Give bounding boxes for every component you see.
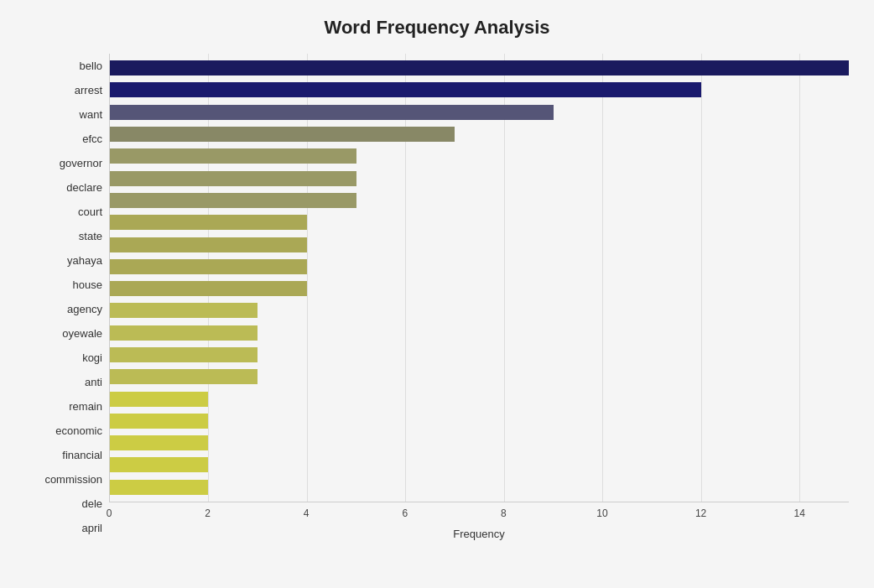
y-label: dele (25, 493, 102, 515)
bar-row (110, 301, 849, 320)
x-tick: 10 (590, 507, 615, 519)
bar-row (110, 125, 849, 143)
bar (110, 105, 554, 120)
x-tick: 12 (689, 507, 714, 519)
y-label: yahaya (25, 250, 102, 272)
x-tick: 14 (787, 507, 812, 519)
bar-row (110, 324, 849, 342)
y-label: financial (25, 445, 102, 466)
y-label: governor (25, 153, 102, 174)
y-labels: belloarrestwantefccgovernordeclarecourts… (25, 54, 109, 540)
y-label: house (25, 274, 102, 296)
chart-title: Word Frequency Analysis (25, 17, 849, 39)
bar (110, 414, 208, 429)
bar-row (110, 169, 849, 188)
bar (110, 435, 208, 450)
bar (110, 325, 258, 341)
bar (110, 82, 701, 97)
y-label: want (25, 104, 102, 126)
bar (110, 127, 455, 142)
bar (110, 347, 258, 362)
y-label: state (25, 226, 102, 247)
bar (110, 281, 307, 296)
y-label: bello (25, 55, 102, 77)
bar-row (110, 346, 849, 364)
bars-section: 02468101214 Frequency (109, 54, 849, 540)
bar-row (110, 213, 849, 232)
bar-row (110, 103, 849, 122)
bar-row (110, 59, 849, 77)
bar (110, 237, 307, 252)
y-label: economic (25, 420, 102, 442)
y-label: court (25, 201, 102, 223)
bar-row (110, 81, 849, 99)
x-tick: 0 (96, 507, 122, 519)
bar-row (110, 455, 849, 474)
x-axis-labels: 02468101214 (109, 507, 849, 524)
bar-row (110, 147, 849, 165)
bar (110, 171, 356, 186)
y-label: efcc (25, 128, 102, 150)
bar (110, 480, 208, 495)
bar-row (110, 279, 849, 298)
bars-wrapper (110, 54, 849, 502)
chart-area: belloarrestwantefccgovernordeclarecourts… (25, 54, 849, 540)
y-label: declare (25, 177, 102, 199)
x-tick: 6 (393, 507, 418, 519)
y-label: remain (25, 396, 102, 418)
y-label: arrest (25, 80, 102, 101)
x-tick: 4 (294, 507, 319, 519)
bar-row (110, 390, 849, 408)
y-label: april (25, 518, 102, 539)
y-label: anti (25, 372, 102, 393)
bar (110, 392, 208, 407)
x-tick: 2 (195, 507, 221, 519)
bar (110, 60, 849, 75)
y-label: commission (25, 469, 102, 491)
bar-row (110, 191, 849, 210)
bar-row (110, 236, 849, 254)
y-label: oyewale (25, 323, 102, 345)
x-tick: 8 (491, 507, 516, 519)
bar-row (110, 258, 849, 276)
y-label: agency (25, 299, 102, 320)
x-axis-title: Frequency (109, 528, 849, 540)
bar (110, 215, 307, 230)
bar (110, 457, 208, 472)
chart-container: Word Frequency Analysis belloarrestwante… (0, 0, 874, 588)
y-label: kogi (25, 347, 102, 369)
bar (110, 303, 258, 318)
bar (110, 148, 356, 164)
grid-and-bars (109, 54, 849, 502)
bar (110, 259, 307, 274)
bar-row (110, 412, 849, 430)
bar-row (110, 478, 849, 497)
bar (110, 193, 356, 208)
bar-row (110, 367, 849, 386)
bar-row (110, 434, 849, 452)
bar (110, 369, 258, 384)
